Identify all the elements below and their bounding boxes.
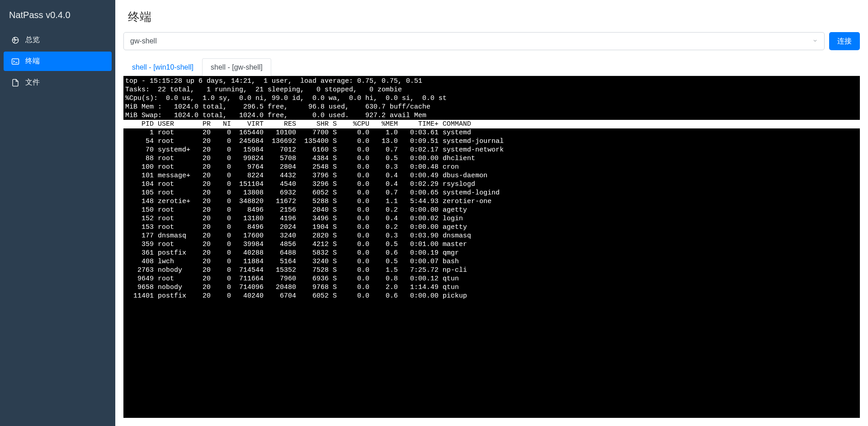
main-content: 终端 gw-shell 连接 shell - [win10-shell] she… xyxy=(115,0,868,426)
terminal-line: 88 root 20 0 99824 5708 4384 S 0.0 0.5 0… xyxy=(123,154,860,163)
terminal-line: top - 15:15:28 up 6 days, 14:21, 1 user,… xyxy=(123,77,860,85)
sidebar-item-label: 总览 xyxy=(25,35,40,45)
terminal-line: 9658 nobody 20 0 714096 20480 9768 S 0.0… xyxy=(123,283,860,292)
terminal-line: 11401 postfix 20 0 40240 6704 6052 S 0.0… xyxy=(123,292,860,300)
dashboard-icon xyxy=(11,36,20,45)
terminal-line: 9649 root 20 0 711664 7960 6936 S 0.0 0.… xyxy=(123,275,860,283)
terminal-line: 359 root 20 0 39984 4856 4212 S 0.0 0.5 … xyxy=(123,240,860,249)
terminal-line: 54 root 20 0 245684 136692 135400 S 0.0 … xyxy=(123,137,860,146)
app-title: NatPass v0.4.0 xyxy=(0,0,115,30)
sidebar-item-label: 终端 xyxy=(25,57,40,66)
terminal-line: MiB Mem : 1024.0 total, 296.5 free, 96.8… xyxy=(123,103,860,111)
svg-rect-0 xyxy=(12,59,19,64)
terminal-line: MiB Swap: 1024.0 total, 1024.0 free, 0.0… xyxy=(123,111,860,120)
tab-gw-shell[interactable]: shell - [gw-shell] xyxy=(202,58,271,76)
terminal-line: 1 root 20 0 165440 10100 7700 S 0.0 1.0 … xyxy=(123,128,860,137)
terminal-line: 152 root 20 0 13180 4196 3496 S 0.0 0.4 … xyxy=(123,214,860,223)
sidebar-item-label: 文件 xyxy=(25,78,40,87)
terminal-output[interactable]: top - 15:15:28 up 6 days, 14:21, 1 user,… xyxy=(123,76,860,418)
terminal-line: 100 root 20 0 9764 2804 2548 S 0.0 0.3 0… xyxy=(123,163,860,171)
terminal-line: 2763 nobody 20 0 714544 15352 7528 S 0.0… xyxy=(123,266,860,275)
terminal-line: 361 postfix 20 0 40288 6488 5832 S 0.0 0… xyxy=(123,249,860,257)
terminal-line: 104 root 20 0 151104 4540 3296 S 0.0 0.4… xyxy=(123,180,860,189)
terminal-line: %Cpu(s): 0.0 us, 1.0 sy, 0.0 ni, 99.0 id… xyxy=(123,94,860,103)
terminal-line: 101 message+ 20 0 8224 4432 3796 S 0.0 0… xyxy=(123,171,860,180)
terminal-line: 150 root 20 0 8496 2156 2040 S 0.0 0.2 0… xyxy=(123,206,860,214)
sidebar: NatPass v0.4.0 总览 终端 文件 xyxy=(0,0,115,426)
terminal-line: 153 root 20 0 8496 2024 1904 S 0.0 0.2 0… xyxy=(123,223,860,232)
terminal-line: 70 systemd+ 20 0 15984 7012 6160 S 0.0 0… xyxy=(123,146,860,154)
process-table-header: PID USER PR NI VIRT RES SHR S %CPU %MEM … xyxy=(123,120,860,128)
tab-win10-shell[interactable]: shell - [win10-shell] xyxy=(123,58,202,76)
terminal-tabs: shell - [win10-shell] shell - [gw-shell] xyxy=(123,58,860,76)
terminal-line: 408 lwch 20 0 11884 5164 3240 S 0.0 0.5 … xyxy=(123,257,860,266)
sidebar-item-overview[interactable]: 总览 xyxy=(4,30,112,50)
terminal-icon xyxy=(11,57,20,66)
sidebar-nav: 总览 终端 文件 xyxy=(0,30,115,92)
terminal-line: Tasks: 22 total, 1 running, 21 sleeping,… xyxy=(123,85,860,94)
page-title: 终端 xyxy=(115,0,868,32)
connect-button[interactable]: 连接 xyxy=(829,32,860,50)
sidebar-item-terminal[interactable]: 终端 xyxy=(4,52,112,71)
terminal-line: 177 dnsmasq 20 0 17600 3240 2820 S 0.0 0… xyxy=(123,232,860,240)
chevron-down-icon xyxy=(812,37,818,45)
connection-row: gw-shell 连接 xyxy=(123,32,860,50)
sidebar-item-files[interactable]: 文件 xyxy=(4,73,112,92)
terminal-line: 148 zerotie+ 20 0 348820 11672 5288 S 0.… xyxy=(123,197,860,206)
file-icon xyxy=(11,78,20,87)
terminal-line: 105 root 20 0 13808 6932 6052 S 0.0 0.7 … xyxy=(123,189,860,197)
shell-select[interactable]: gw-shell xyxy=(123,32,825,50)
shell-select-value: gw-shell xyxy=(130,37,157,45)
